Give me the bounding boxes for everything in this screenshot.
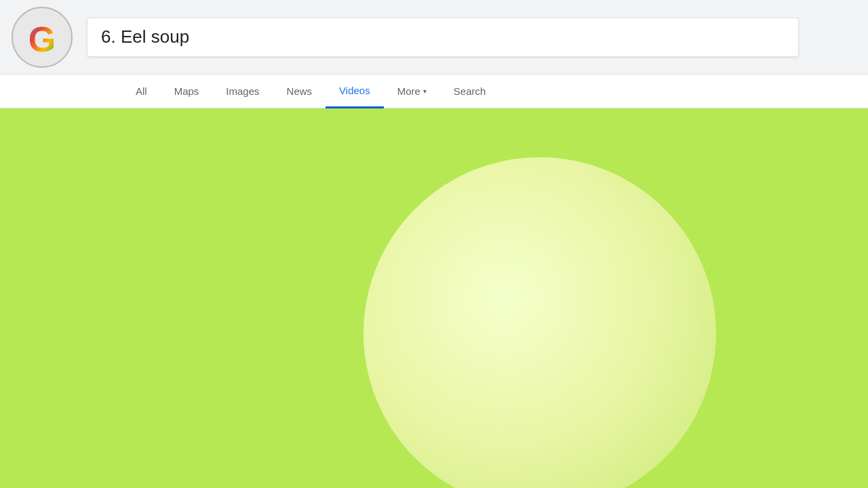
svg-text:G: G	[28, 20, 56, 59]
nav-item-more[interactable]: More ▾	[384, 75, 440, 108]
google-logo-container[interactable]: G	[11, 6, 73, 68]
nav-label-more: More	[397, 85, 420, 97]
content-area	[0, 108, 868, 488]
navbar: All Maps Images News Videos More ▾ Searc…	[0, 75, 868, 108]
nav-label-videos: Videos	[339, 85, 370, 96]
google-logo: G	[11, 6, 73, 68]
search-query: 6. Eel soup	[101, 26, 189, 47]
nav-item-news[interactable]: News	[273, 75, 326, 108]
nav-label-search: Search	[454, 85, 486, 97]
nav-item-all[interactable]: All	[122, 75, 161, 108]
content-circle	[363, 157, 716, 488]
search-bar[interactable]: 6. Eel soup	[87, 18, 799, 57]
nav-label-maps: Maps	[174, 85, 199, 97]
nav-item-maps[interactable]: Maps	[161, 75, 213, 108]
nav-item-images[interactable]: Images	[212, 75, 273, 108]
header: G 6. Eel soup	[0, 0, 868, 75]
nav-label-all: All	[136, 85, 147, 97]
more-chevron-icon: ▾	[423, 87, 427, 95]
nav-item-search[interactable]: Search	[440, 75, 500, 108]
nav-label-images: Images	[226, 85, 259, 97]
nav-label-news: News	[287, 85, 313, 97]
nav-item-videos[interactable]: Videos	[326, 75, 384, 108]
